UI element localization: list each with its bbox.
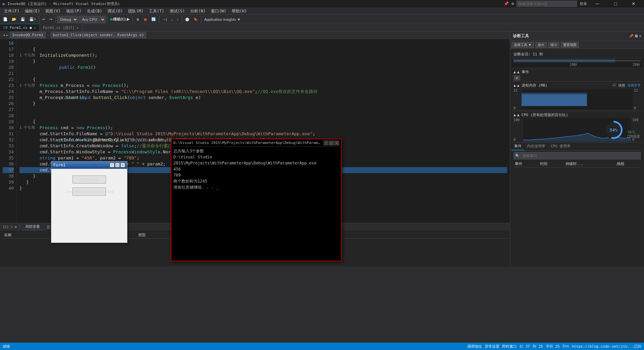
cpu-gauge-ring: 54%: [604, 121, 623, 139]
diag-tab-cpu[interactable]: CPU 使用率: [548, 143, 574, 150]
diag-tab-memory[interactable]: 内存使用率: [524, 143, 548, 150]
form1-titlebar[interactable]: Form1 ─ □ ✕: [51, 161, 127, 169]
bottom-sep: [19, 224, 20, 229]
menu-tools[interactable]: 工具(T): [146, 7, 167, 15]
tab-close-btn[interactable]: ✕: [34, 26, 36, 30]
stop-btn[interactable]: ⏹: [142, 15, 149, 23]
diag-float-btn[interactable]: ⧉: [635, 34, 638, 38]
breakpoint-btn[interactable]: ⬤: [183, 15, 191, 23]
tl-label2: 10秒: [570, 62, 577, 67]
menu-build[interactable]: 生成(B): [84, 7, 105, 15]
maximize-btn[interactable]: □: [608, 0, 623, 7]
form1-maximize-btn[interactable]: □: [115, 163, 120, 167]
diag-reset-btn[interactable]: 重置视图: [561, 42, 579, 48]
form1-btn2[interactable]: InvokeWithParameterApp: [72, 188, 106, 196]
menu-help[interactable]: 帮助(H): [229, 7, 250, 15]
console-minimize-btn[interactable]: ─: [324, 141, 328, 145]
nav-arrow: ◄: [3, 33, 5, 37]
form1-body: 启动外部QQ InvokeWithParameterApp: [51, 169, 127, 243]
bottom-zoom[interactable]: 121 % ▼: [3, 225, 17, 229]
modified-dot: ●: [30, 26, 32, 30]
tab-form1cs-design[interactable]: Form1.cs [设计] ✕: [40, 24, 83, 31]
app-insights-btn[interactable]: Application Insights ▼: [203, 15, 243, 23]
diag-search-input[interactable]: [521, 152, 639, 159]
step-into-btn[interactable]: ↓: [169, 15, 175, 23]
continue-btn[interactable]: ▶ 继续(C) ▶: [109, 15, 131, 23]
new-btn[interactable]: 📄: [1, 15, 9, 23]
menu-team[interactable]: 团队(M): [125, 7, 146, 15]
tab-form1cs-label: Form1.cs: [10, 26, 28, 30]
form1-close-btn[interactable]: ✕: [120, 163, 125, 167]
user-label[interactable]: 登录: [580, 1, 587, 6]
toolbar-sep6: [182, 16, 182, 23]
restart-btn[interactable]: 🔄: [150, 15, 158, 23]
toolbar-sep4: [132, 16, 133, 23]
form1-minimize-btn[interactable]: ─: [110, 163, 114, 167]
minimize-btn[interactable]: ─: [590, 0, 605, 7]
menu-analyze[interactable]: 分析(N): [187, 7, 208, 15]
diag-zoom-in-btn[interactable]: 放大: [535, 42, 547, 48]
menu-file[interactable]: 文件(F): [1, 7, 22, 15]
code-line-17: {: [19, 46, 507, 52]
timeline-range: [514, 59, 615, 62]
tab-form1design-label: Form1.cs [设计]: [43, 25, 75, 30]
quick-search-input[interactable]: [517, 1, 577, 7]
console-titlebar[interactable]: D:\Visual Studio 2015\MyProjects\WithPar…: [171, 139, 341, 147]
menu-edit[interactable]: 编辑(E): [22, 7, 43, 15]
memory-section: ▲ ▲ 进程内存 (MB) GC 快照 专用字节 22 0: [512, 82, 643, 111]
cpu-title[interactable]: ▲ ▲ CPU (所有处理器的百分比): [514, 112, 641, 118]
diag-title: 诊断工具: [513, 33, 529, 39]
form1-btn1[interactable]: 启动外部QQ: [72, 176, 106, 184]
mem-yr-bot: 0: [634, 106, 641, 110]
code-line-21: 1 个引用 private void button1_Click(object …: [19, 70, 507, 77]
status-debug-location[interactable]: 调用地址: [467, 344, 482, 349]
menu-test[interactable]: 测试(S): [167, 7, 188, 15]
console-maximize-btn[interactable]: □: [329, 141, 334, 145]
title-bar: ▶ InvokeQQ (正在运行) - Microsoft Visual Stu…: [0, 0, 644, 7]
diag-select-tool-btn[interactable]: 选择工具 ▼: [512, 42, 534, 48]
status-exception-settings[interactable]: 异常设置: [485, 344, 499, 349]
open-btn[interactable]: 📂: [10, 15, 18, 23]
status-immediate[interactable]: 即时窗口: [502, 344, 517, 349]
nav-class[interactable]: InvokeQQ.Form1: [10, 32, 46, 38]
mem-y-labels: 22 0: [514, 89, 520, 110]
toolbar-sep2: [55, 16, 56, 23]
step-over-btn[interactable]: →|: [161, 15, 169, 23]
tab-form1cs[interactable]: C# Form1.cs ● ✕: [0, 24, 40, 31]
nav-method[interactable]: button2_Click(object sender, EventArgs e…: [51, 32, 147, 38]
status-url[interactable]: https://blog.csdn.net/jin...已到: [572, 344, 641, 349]
console-win-btns: ─ □ ✕: [324, 141, 339, 145]
status-right: 调用地址 异常设置 即时窗口 行 37 列 25 字符 25 Ins https…: [467, 344, 641, 349]
menu-project[interactable]: 项目(P): [63, 7, 84, 15]
pause-btn[interactable]: ⏸: [134, 15, 141, 23]
console-close-btn[interactable]: ✕: [334, 141, 339, 145]
debug-mode-dropdown[interactable]: Debug: [57, 16, 78, 23]
timeline-labels: 10秒 20秒: [514, 62, 641, 67]
cpu-label: ▲ CPU (所有处理器的百分比): [517, 112, 568, 117]
menu-window[interactable]: 窗口(W): [208, 7, 229, 15]
save-all-btn[interactable]: 💾+: [28, 15, 38, 23]
memory-title[interactable]: ▲ ▲ 进程内存 (MB) GC 快照 专用字节: [514, 82, 641, 89]
menu-view[interactable]: 视图(V): [43, 7, 63, 15]
bookmark-btn[interactable]: 🔖: [192, 15, 200, 23]
legend-private: 专用字节: [627, 83, 641, 88]
save-btn[interactable]: 💾: [19, 15, 27, 23]
bottom-tab-locals[interactable]: 局部变量: [22, 223, 43, 230]
cpu-target-dropdown[interactable]: Any CPU: [79, 16, 106, 23]
cpu-y-labels: 100 0: [514, 118, 522, 142]
events-title[interactable]: ▲ ▲ 事件: [514, 69, 641, 75]
undo-btn[interactable]: ↩: [41, 15, 47, 23]
redo-btn[interactable]: ↪: [48, 15, 54, 23]
close-btn[interactable]: ✕: [626, 0, 641, 7]
menu-debug[interactable]: 调试(D): [105, 7, 125, 15]
menu-bar: 文件(F) 编辑(E) 视图(V) 项目(P) 生成(B) 调试(D) 团队(M…: [0, 7, 644, 15]
step-out-btn[interactable]: ↑: [175, 15, 180, 23]
console-window: D:\Visual Studio 2015\MyProjects\WithPar…: [171, 139, 342, 261]
events-pause-btn[interactable]: ⏸: [514, 76, 520, 81]
diag-close-btn[interactable]: ✕: [639, 34, 641, 38]
tab-design-close-btn[interactable]: ✕: [77, 26, 79, 30]
diag-zoom-out-btn[interactable]: 缩小: [548, 42, 559, 48]
toolbar: 📄 📂 💾 💾+ ↩ ↪ Debug Any CPU ▶ 继续(C) ▶ ⏸ ⏹…: [0, 15, 644, 24]
diag-pin-btn[interactable]: 📌: [629, 34, 634, 38]
diag-tab-events[interactable]: 事件: [512, 143, 524, 150]
